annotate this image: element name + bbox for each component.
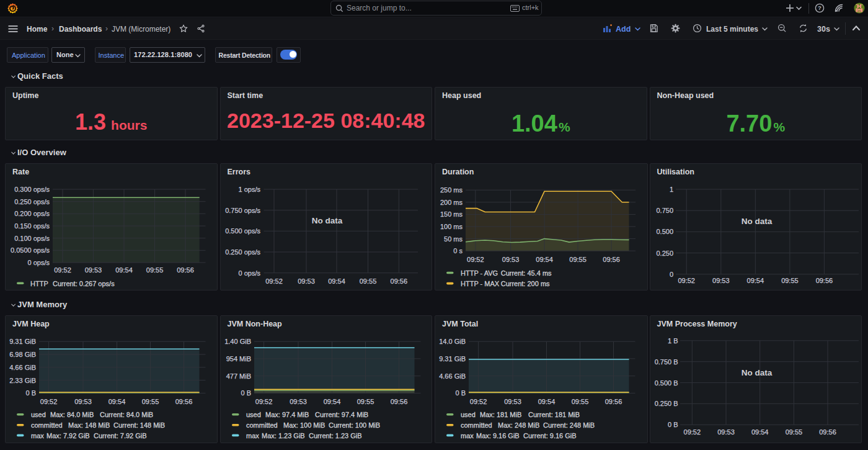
svg-text:0.750 B: 0.750 B: [654, 358, 678, 366]
svg-text:0.250 ops/s: 0.250 ops/s: [225, 248, 260, 256]
svg-text:09:55: 09:55: [359, 277, 376, 284]
svg-text:09:53: 09:53: [717, 428, 735, 436]
svg-text:09:53: 09:53: [74, 398, 92, 405]
svg-text:09:52: 09:52: [265, 277, 283, 284]
svg-text:09:55: 09:55: [146, 266, 164, 274]
svg-text:09:53: 09:53: [85, 266, 102, 274]
svg-text:used: used: [31, 411, 46, 418]
svg-text:0 B: 0 B: [25, 389, 36, 397]
svg-text:Current: 248 MiB: Current: 248 MiB: [543, 421, 595, 429]
svg-text:0 ops/s: 0 ops/s: [28, 259, 50, 266]
svg-text:4.66 GiB: 4.66 GiB: [9, 364, 36, 371]
svg-text:09:54: 09:54: [536, 255, 553, 263]
svg-text:0.150 ops/s: 0.150 ops/s: [14, 222, 50, 230]
svg-text:used: used: [461, 411, 476, 418]
svg-text:09:54: 09:54: [323, 398, 340, 405]
svg-text:09:55: 09:55: [781, 277, 799, 284]
svg-text:Current: 1.23 GiB: Current: 1.23 GiB: [309, 432, 362, 439]
svg-text:Current: 0.267 ops/s: Current: 0.267 ops/s: [53, 279, 115, 287]
svg-text:0.250 B: 0.250 B: [654, 400, 678, 407]
svg-text:09:56: 09:56: [603, 255, 620, 263]
svg-text:2.33 GiB: 2.33 GiB: [9, 377, 36, 384]
svg-text:Max: 7.92 GiB: Max: 7.92 GiB: [46, 432, 90, 439]
svg-text:09:56: 09:56: [390, 277, 407, 284]
svg-text:0 ops/s: 0 ops/s: [238, 269, 260, 276]
svg-text:200 ms: 200 ms: [440, 198, 463, 205]
svg-text:0.500: 0.500: [656, 228, 673, 235]
svg-text:max: max: [246, 432, 259, 439]
svg-text:150 ms: 150 ms: [440, 210, 463, 218]
svg-text:Max: 97.4 MiB: Max: 97.4 MiB: [265, 411, 309, 418]
svg-text:0 B: 0 B: [241, 389, 251, 397]
svg-text:09:53: 09:53: [298, 277, 315, 284]
svg-text:477 MiB: 477 MiB: [226, 372, 250, 380]
svg-text:Current: 181 MiB: Current: 181 MiB: [528, 411, 580, 418]
svg-text:09:56: 09:56: [177, 266, 194, 274]
svg-text:Current: 84.0 MiB: Current: 84.0 MiB: [100, 411, 153, 418]
svg-text:0 s: 0 s: [453, 247, 463, 254]
svg-text:09:52: 09:52: [255, 398, 272, 405]
svg-text:?: ?: [818, 4, 822, 11]
svg-text:HTTP - MAX: HTTP - MAX: [461, 279, 500, 287]
svg-text:09:52: 09:52: [467, 255, 484, 263]
svg-text:0.500 B: 0.500 B: [654, 379, 678, 387]
svg-text:09:55: 09:55: [572, 398, 589, 405]
svg-text:09:54: 09:54: [751, 428, 768, 436]
svg-text:09:56: 09:56: [815, 277, 833, 284]
svg-text:Current: 100 MiB: Current: 100 MiB: [329, 421, 380, 429]
svg-text:1: 1: [669, 186, 673, 193]
svg-text:09:53: 09:53: [712, 277, 730, 284]
svg-text:committed: committed: [246, 421, 278, 429]
svg-text:Current: 200 ms: Current: 200 ms: [501, 279, 550, 287]
svg-text:1.40 GiB: 1.40 GiB: [224, 338, 251, 345]
svg-text:50 ms: 50 ms: [444, 235, 463, 242]
svg-text:0 B: 0 B: [455, 389, 466, 397]
svg-text:Max: 1.23 GiB: Max: 1.23 GiB: [262, 432, 305, 439]
svg-text:09:54: 09:54: [328, 277, 345, 284]
svg-text:Max: 9.16 GiB: Max: 9.16 GiB: [476, 432, 520, 439]
svg-text:100 ms: 100 ms: [440, 223, 463, 230]
svg-text:Max: 181 MiB: Max: 181 MiB: [480, 411, 521, 418]
svg-text:09:52: 09:52: [678, 277, 695, 284]
svg-text:09:56: 09:56: [390, 398, 407, 405]
svg-text:0.300 ops/s: 0.300 ops/s: [14, 186, 50, 193]
svg-text:09:52: 09:52: [40, 398, 58, 405]
svg-text:09:52: 09:52: [470, 398, 487, 405]
svg-text:0.200 ops/s: 0.200 ops/s: [14, 210, 50, 217]
svg-text:9.31 GiB: 9.31 GiB: [9, 338, 36, 345]
svg-text:09:54: 09:54: [108, 398, 126, 405]
svg-text:09:55: 09:55: [142, 398, 159, 405]
svg-text:1 B: 1 B: [668, 337, 678, 344]
svg-text:Max: 84.0 MiB: Max: 84.0 MiB: [50, 411, 94, 418]
svg-text:09:56: 09:56: [605, 398, 622, 405]
svg-text:committed: committed: [461, 421, 492, 429]
svg-text:250 ms: 250 ms: [440, 186, 463, 194]
svg-text:Max: 100 MiB: Max: 100 MiB: [283, 421, 325, 429]
svg-text:Max: 148 MiB: Max: 148 MiB: [68, 421, 110, 429]
svg-text:09:53: 09:53: [502, 255, 520, 263]
svg-text:0.100 ops/s: 0.100 ops/s: [14, 234, 50, 241]
svg-text:09:55: 09:55: [356, 398, 374, 405]
svg-text:09:52: 09:52: [54, 266, 71, 274]
svg-text:committed: committed: [31, 421, 63, 429]
svg-text:HTTP: HTTP: [30, 279, 48, 287]
svg-text:No data: No data: [741, 368, 772, 377]
svg-text:0.500 ops/s: 0.500 ops/s: [225, 227, 260, 235]
svg-text:HTTP - AVG: HTTP - AVG: [461, 269, 498, 276]
svg-text:0: 0: [669, 270, 673, 277]
svg-text:0.750: 0.750: [656, 207, 673, 214]
svg-text:0.250 ops/s: 0.250 ops/s: [14, 197, 50, 205]
svg-text:No data: No data: [311, 216, 342, 225]
svg-text:No data: No data: [741, 217, 772, 226]
svg-text:09:56: 09:56: [819, 428, 836, 436]
svg-text:1 ops/s: 1 ops/s: [238, 186, 260, 193]
svg-text:Current: 97.4 MiB: Current: 97.4 MiB: [315, 411, 368, 418]
svg-text:Current: 7.92 GiB: Current: 7.92 GiB: [94, 432, 147, 439]
svg-text:4.66 GiB: 4.66 GiB: [439, 372, 466, 380]
svg-text:Current: 9.16 GiB: Current: 9.16 GiB: [523, 432, 577, 439]
svg-text:09:55: 09:55: [785, 428, 802, 436]
svg-text:14.0 GiB: 14.0 GiB: [439, 338, 466, 345]
svg-text:09:54: 09:54: [746, 277, 764, 284]
svg-text:09:55: 09:55: [569, 255, 587, 263]
svg-text:0.750 ops/s: 0.750 ops/s: [225, 206, 260, 214]
